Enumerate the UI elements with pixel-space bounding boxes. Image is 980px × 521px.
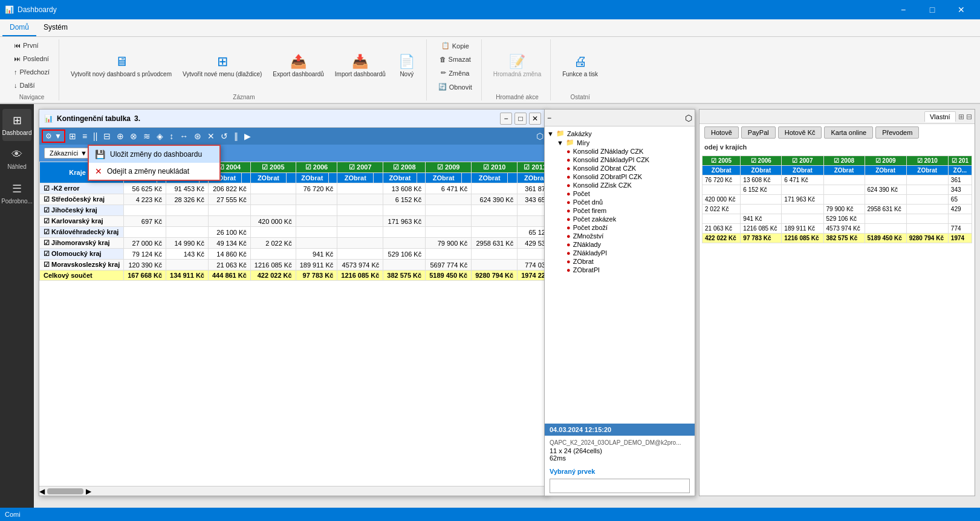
sidebar-item-podrobno[interactable]: ☰ Podrobno... — [2, 177, 31, 209]
hromadna-zmena-button[interactable]: 📝 Hromadná změna — [489, 51, 545, 80]
maximize-button[interactable]: □ — [918, 0, 946, 19]
year-2010[interactable]: ☑ 2010 — [472, 162, 518, 173]
list-item: 21 063 Kč 1216 085 Kč 189 911 Kč 4573 97… — [703, 224, 972, 234]
tree-root-zakázky[interactable]: ▼ 📁 Zakázky — [547, 129, 692, 138]
measure-icon-10: ● — [566, 224, 571, 231]
tb-btn-10[interactable]: ↔ — [177, 130, 190, 142]
scroll-thumb[interactable] — [47, 488, 83, 494]
scroll-right-btn[interactable]: ▶ — [86, 487, 91, 496]
year-2005[interactable]: ☑ 2005 — [250, 162, 296, 173]
hotove-btn[interactable]: Hotově — [704, 126, 739, 139]
sales-zobrat-3: ZObrat — [782, 166, 823, 175]
zaznamy-buttons: 🖥 Vytvořit nový dashboard s průvodcem ⊞ … — [67, 39, 421, 91]
tb-btn-9[interactable]: ↕ — [167, 130, 176, 142]
tb-btn-15[interactable]: ▶ — [242, 130, 253, 142]
pivot-minimize[interactable]: − — [500, 113, 512, 125]
vytvorit-menu-button[interactable]: ⊞ Vytvořit nové menu (dlaždice) — [178, 51, 266, 80]
tb-btn-5[interactable]: ⊕ — [114, 130, 126, 142]
vytvorit-dashboard-button[interactable]: 🖥 Vytvořit nový dashboard s průvodcem — [67, 51, 176, 80]
obnovit-button[interactable]: 🔄 Obnovit — [434, 80, 476, 93]
tree-measure-7[interactable]: ● Počet dnů — [566, 198, 692, 206]
nahled-icon: 👁 — [11, 148, 22, 161]
zobrat-2010: ZObrat — [472, 173, 508, 183]
scroll-left-btn[interactable]: ◀ — [39, 487, 45, 496]
tb-btn-8[interactable]: ◈ — [154, 130, 166, 142]
year-2006[interactable]: ☑ 2006 — [296, 162, 337, 173]
dalsi-button[interactable]: ↓ Další — [10, 79, 54, 91]
tree-measure-2[interactable]: ● Konsolid ZNákladyPl CZK — [566, 156, 692, 164]
expand-btn[interactable]: ⬡ — [685, 113, 692, 123]
tree-miry[interactable]: ▼ 📁 Míry — [557, 138, 692, 147]
year-2008[interactable]: ☑ 2008 — [383, 162, 426, 173]
tree-measure-3[interactable]: ● Konsolid ZObrat CZK — [566, 164, 692, 172]
sidebar-item-nahled[interactable]: 👁 Náhled — [2, 143, 31, 175]
tree-measure-4[interactable]: ● Konsolid ZObratPl CZK — [566, 172, 692, 181]
tb-btn-1[interactable]: ⊞ — [67, 130, 79, 142]
tree-measure-11[interactable]: ● ZMnožství — [566, 232, 692, 240]
tree-measure-8[interactable]: ● Počet firem — [566, 206, 692, 215]
funkce-tisk-button[interactable]: 🖨 Funkce a tisk — [558, 51, 602, 80]
kopie-button[interactable]: 📋 Kopie — [437, 39, 473, 52]
posledni-button[interactable]: ⏭ Poslední — [10, 53, 54, 65]
zobrat-2008: ZObrat — [383, 173, 417, 183]
zobrat-2005: ZObrat — [250, 173, 286, 183]
predchozi-button[interactable]: ↑ Předchozí — [10, 66, 54, 78]
tree-measure-14[interactable]: ● ZObrat — [566, 257, 692, 266]
zmena-icon: ✏ — [441, 69, 446, 77]
tree-measure-15[interactable]: ● ZObratPl — [566, 266, 692, 274]
paypal-btn[interactable]: PayPal — [741, 126, 776, 139]
tree-measure-9[interactable]: ● Počet zakázek — [566, 215, 692, 223]
tb-btn-11[interactable]: ⊛ — [192, 130, 204, 142]
close-button[interactable]: ✕ — [947, 0, 975, 19]
tree-measure-13[interactable]: ● ZNákladyPl — [566, 249, 692, 257]
zakázky-panel: − ⬡ ▼ 📁 Zakázky ▼ 📁 Míry — [544, 109, 695, 496]
zakaznici-dropdown[interactable]: Zákazníci ▼ — [44, 148, 92, 159]
tab-system[interactable]: Systém — [36, 19, 75, 36]
tree-measure-1[interactable]: ● Konsolid ZNáklady CZK — [566, 147, 692, 156]
tb-btn-6[interactable]: ⊗ — [128, 130, 140, 142]
minimize-button[interactable]: − — [889, 0, 917, 19]
vlastni-tab[interactable]: Vlastní — [924, 111, 956, 122]
tree-measure-6[interactable]: ● Počet — [566, 189, 692, 198]
pivot-maximize[interactable]: □ — [514, 113, 527, 125]
year-2011[interactable]: ☑ 2011 — [518, 162, 546, 173]
discard-changes-item[interactable]: ✕ Odejít a změny neukládat — [89, 163, 219, 180]
year-2007[interactable]: ☑ 2007 — [337, 162, 383, 173]
prevodem-btn[interactable]: Převodem — [875, 126, 919, 139]
tb-btn-3[interactable]: || — [91, 130, 100, 142]
tb-btn-4[interactable]: ⊟ — [101, 130, 113, 142]
info-panel: 04.03.2024 12:15:20 — [545, 424, 695, 436]
save-dropdown-trigger[interactable]: ⚙ ▼ — [42, 129, 65, 143]
pivot-scrollbar[interactable]: ◀ ▶ — [39, 486, 546, 496]
tree-measure-10[interactable]: ● Počet zboží — [566, 223, 692, 232]
tb-btn-14[interactable]: ‖ — [232, 130, 241, 142]
save-changes-item[interactable]: 💾 Uložit změny do dashboardu — [89, 146, 219, 163]
tb-btn-2[interactable]: ≡ — [80, 130, 89, 142]
pivot-close[interactable]: ✕ — [529, 113, 541, 125]
tree-measure-5[interactable]: ● Konsolid ZZisk CZK — [566, 181, 692, 189]
smazat-button[interactable]: 🗑 Smazat — [435, 53, 475, 65]
hotove-kc-btn[interactable]: Hotově Kč — [778, 126, 822, 139]
tab-domu[interactable]: Domů — [2, 19, 36, 36]
table-row-total: Celkový součet 167 668 Kč 134 911 Kč 444… — [40, 270, 547, 281]
zmena-button[interactable]: ✏ Změna — [436, 67, 473, 79]
tb-btn-12[interactable]: ✕ — [205, 130, 217, 142]
expand-icon[interactable]: ⬡ — [536, 131, 544, 141]
export-button[interactable]: 📤 Export dashboardů — [268, 51, 328, 80]
content-area: 📊 Kontingenční tabulka 3. − □ ✕ ⚙ ▼ — [34, 104, 980, 521]
tb-btn-13[interactable]: ↺ — [218, 130, 230, 142]
menu-icon: ⊞ — [217, 54, 228, 70]
measure-icon-8: ● — [566, 207, 571, 214]
tree-measure-12[interactable]: ● ZNáklady — [566, 240, 692, 249]
karta-btn[interactable]: Karta online — [824, 126, 873, 139]
import-button[interactable]: 📥 Import dashboardů — [331, 51, 390, 80]
tree-content: ▼ 📁 Zakázky ▼ 📁 Míry ● Konsolid ZNáklady… — [545, 126, 695, 424]
year-2009[interactable]: ☑ 2009 — [426, 162, 472, 173]
novy-button[interactable]: 📄 Nový — [392, 51, 421, 80]
zobrat-2006b — [328, 173, 337, 183]
sidebar-item-dashboard[interactable]: ⊞ Dashboard — [2, 109, 31, 141]
tb-btn-7[interactable]: ≋ — [141, 130, 153, 142]
title-bar: 📊 Dashboardy − □ ✕ — [0, 0, 980, 19]
prvni-button[interactable]: ⏮ První — [10, 39, 54, 51]
predchozi-icon: ↑ — [14, 68, 18, 76]
